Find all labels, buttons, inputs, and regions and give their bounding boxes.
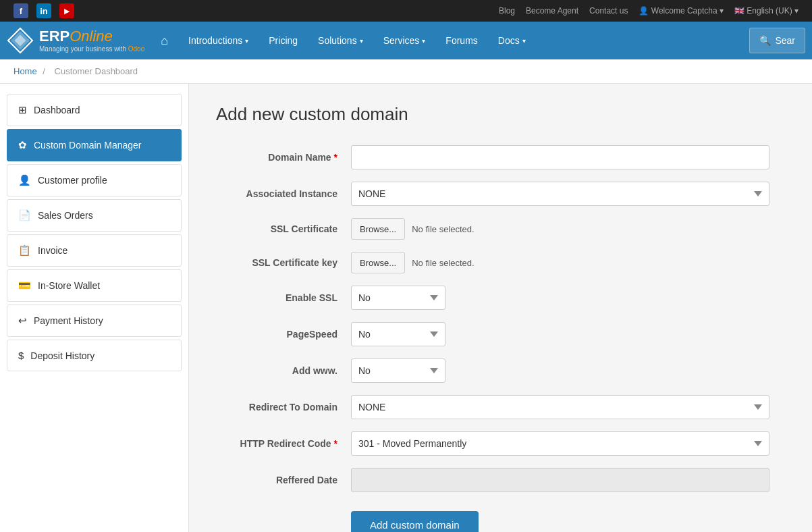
top-nav-right: Blog Become Agent Contact us 👤 Welcome C… <box>499 6 799 16</box>
pagespeed-select[interactable]: No Yes <box>351 322 445 346</box>
associated-instance-label: Associated Instance <box>216 188 351 199</box>
sidebar-item-payment-history[interactable]: ↩ Payment History <box>7 304 182 337</box>
nav-docs[interactable]: Docs ▾ <box>489 22 535 59</box>
youtube-link[interactable]: ▶ <box>59 3 74 18</box>
sidebar: ⊞ Dashboard ✿ Custom Domain Manager 👤 Cu… <box>0 84 189 532</box>
nav-forums[interactable]: Forums <box>436 22 487 59</box>
sidebar-item-invoice[interactable]: 📋 Invoice <box>7 234 182 267</box>
logo-text: ERPOnline Managing your business with Od… <box>39 28 144 52</box>
sidebar-item-in-store-wallet[interactable]: 💳 In-Store Wallet <box>7 269 182 302</box>
pagespeed-label: PageSpeed <box>216 329 351 340</box>
add-www-select[interactable]: No Yes <box>351 358 445 383</box>
payment-history-icon: ↩ <box>18 315 27 327</box>
ssl-certificate-row: SSL Certificate Browse... No file select… <box>216 218 785 240</box>
redirect-to-domain-label: Redirect To Domain <box>216 402 351 413</box>
chevron-down-icon: ▾ <box>522 37 526 45</box>
breadcrumb: Home / Customer Dashboard <box>0 59 812 84</box>
redirect-to-domain-row: Redirect To Domain NONE <box>216 395 785 419</box>
facebook-link[interactable]: f <box>13 3 28 18</box>
associated-instance-row: Associated Instance NONE <box>216 182 785 206</box>
nav-home[interactable]: ⌂ <box>151 22 178 59</box>
reffered-date-label: Reffered Date <box>216 475 351 485</box>
language-selector[interactable]: 🇬🇧 English (UK) ▾ <box>734 6 799 16</box>
dashboard-icon: ⊞ <box>18 104 27 116</box>
nav-introductions[interactable]: Introductions ▾ <box>179 22 258 59</box>
domain-name-input[interactable] <box>351 145 769 169</box>
linkedin-icon: in <box>36 3 51 18</box>
linkedin-link[interactable]: in <box>36 3 51 18</box>
search-button[interactable]: 🔍 Sear <box>749 28 805 53</box>
main-content: Add new custom domain Domain Name * Asso… <box>189 84 812 532</box>
logo-diamond-icon <box>7 27 34 54</box>
ssl-certificate-key-label: SSL Certificate key <box>216 257 351 268</box>
ssl-certificate-key-browse-button[interactable]: Browse... <box>351 252 405 273</box>
blog-link[interactable]: Blog <box>499 6 515 16</box>
nav-pricing[interactable]: Pricing <box>259 22 307 59</box>
enable-ssl-label: Enable SSL <box>216 292 351 303</box>
youtube-icon: ▶ <box>59 3 74 18</box>
sidebar-item-customer-profile[interactable]: 👤 Customer profile <box>7 164 182 196</box>
ssl-certificate-file-row: Browse... No file selected. <box>351 218 475 240</box>
redirect-to-domain-select[interactable]: NONE <box>351 395 769 419</box>
reffered-date-input[interactable] <box>351 468 769 492</box>
chevron-down-icon: ▾ <box>245 37 248 45</box>
breadcrumb-separator: / <box>43 66 47 76</box>
http-redirect-code-label: HTTP Redirect Code * <box>216 438 351 449</box>
enable-ssl-select[interactable]: No Yes <box>351 286 445 310</box>
ssl-certificate-key-file-row: Browse... No file selected. <box>351 252 475 273</box>
customer-profile-icon: 👤 <box>18 174 31 186</box>
top-bar: f in ▶ Blog Become Agent Contact us 👤 We… <box>0 0 812 22</box>
sidebar-item-custom-domain[interactable]: ✿ Custom Domain Manager <box>7 129 182 161</box>
invoice-icon: 📋 <box>18 244 31 257</box>
sidebar-item-deposit-history[interactable]: $ Deposit History <box>7 340 182 371</box>
associated-instance-select[interactable]: NONE <box>351 182 769 206</box>
chevron-down-icon: ▾ <box>360 37 363 45</box>
sales-orders-icon: 📄 <box>18 209 31 221</box>
enable-ssl-row: Enable SSL No Yes <box>216 286 785 310</box>
ssl-certificate-label: SSL Certificate <box>216 223 351 234</box>
ssl-certificate-key-file-status: No file selected. <box>412 258 475 268</box>
home-icon: ⌂ <box>161 34 168 48</box>
domain-name-label: Domain Name * <box>216 152 351 163</box>
pagespeed-row: PageSpeed No Yes <box>216 322 785 346</box>
required-marker: * <box>334 152 337 163</box>
breadcrumb-home[interactable]: Home <box>13 66 37 76</box>
search-icon: 🔍 <box>759 35 771 46</box>
deposit-history-icon: $ <box>18 350 24 361</box>
custom-domain-icon: ✿ <box>18 139 27 151</box>
sidebar-item-sales-orders[interactable]: 📄 Sales Orders <box>7 199 182 232</box>
ssl-certificate-key-row: SSL Certificate key Browse... No file se… <box>216 252 785 273</box>
user-menu[interactable]: 👤 Welcome Captcha ▾ <box>639 6 724 16</box>
breadcrumb-current: Customer Dashboard <box>55 66 138 76</box>
reffered-date-row: Reffered Date <box>216 468 785 492</box>
submit-row: Add custom domain <box>216 504 785 532</box>
page-title: Add new custom domain <box>216 104 785 125</box>
nav-solutions[interactable]: Solutions ▾ <box>308 22 373 59</box>
required-marker: * <box>334 438 337 449</box>
main-navigation: ERPOnline Managing your business with Od… <box>0 22 812 59</box>
wallet-icon: 💳 <box>18 280 31 292</box>
logo[interactable]: ERPOnline Managing your business with Od… <box>7 27 144 54</box>
add-www-row: Add www. No Yes <box>216 358 785 383</box>
domain-name-row: Domain Name * <box>216 145 785 169</box>
sidebar-item-dashboard[interactable]: ⊞ Dashboard <box>7 94 182 126</box>
nav-items: ⌂ Introductions ▾ Pricing Solutions ▾ Se… <box>151 22 749 59</box>
ssl-certificate-file-status: No file selected. <box>412 224 475 234</box>
facebook-icon: f <box>13 3 28 18</box>
add-www-label: Add www. <box>216 365 351 376</box>
http-redirect-code-select[interactable]: 301 - Moved Permanently 302 - Found 307 … <box>351 431 769 456</box>
contact-link[interactable]: Contact us <box>589 6 628 16</box>
ssl-certificate-browse-button[interactable]: Browse... <box>351 218 405 240</box>
nav-services[interactable]: Services ▾ <box>374 22 435 59</box>
page-layout: ⊞ Dashboard ✿ Custom Domain Manager 👤 Cu… <box>0 84 812 532</box>
http-redirect-code-row: HTTP Redirect Code * 301 - Moved Permane… <box>216 431 785 456</box>
social-links: f in ▶ <box>13 3 74 18</box>
chevron-down-icon: ▾ <box>422 37 425 45</box>
become-agent-link[interactable]: Become Agent <box>526 6 578 16</box>
submit-button[interactable]: Add custom domain <box>351 511 479 532</box>
